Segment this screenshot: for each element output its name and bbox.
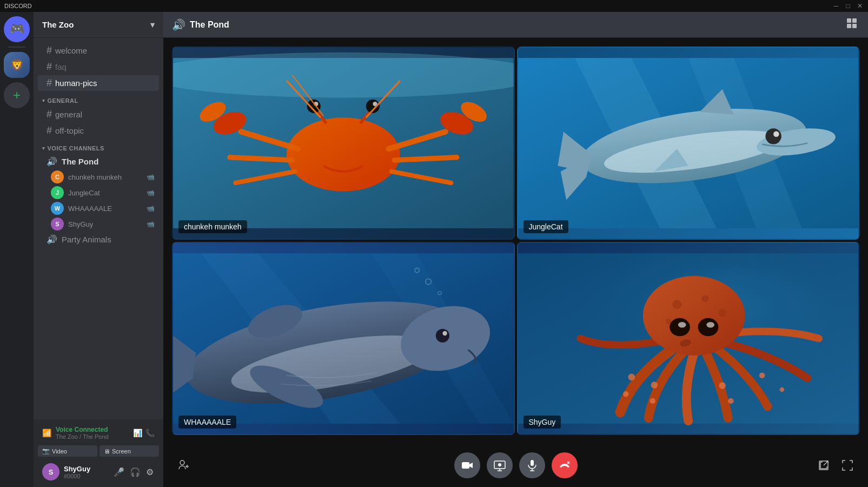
svg-point-37: [773, 131, 779, 136]
participant-name-whale: WHAAAAALE: [68, 205, 144, 213]
grid-view-button[interactable]: [844, 16, 859, 34]
screen-share-button[interactable]: 🖥 Screen: [100, 445, 159, 457]
close-btn[interactable]: ✕: [856, 2, 864, 10]
svg-rect-0: [847, 18, 851, 23]
mic-icon[interactable]: 🎤: [112, 466, 125, 478]
voice-participants: C chunkeh munkeh 📹 J JungleCat 📹 W WHAAA…: [42, 169, 163, 232]
svg-point-67: [665, 319, 671, 324]
participant-name-junglecat: JungleCat: [68, 189, 144, 197]
user-tag: #0000: [64, 473, 112, 479]
voice-channel-pond-label: The Pond: [62, 157, 98, 166]
username: ShyGuy: [64, 465, 112, 473]
svg-rect-82: [531, 460, 534, 466]
participant-whale[interactable]: W WHAAAAALE 📹: [47, 201, 159, 216]
phone-leave-icon[interactable]: 📞: [145, 429, 155, 437]
server-name: The Zoo: [42, 20, 74, 29]
server-divider: [8, 47, 25, 48]
discord-logo-icon: 🎮: [10, 22, 24, 36]
category-general[interactable]: ▾ GENERAL: [34, 95, 163, 106]
participant-avatar-junglecat: J: [51, 186, 64, 199]
main-content: 🔊 The Pond: [163, 12, 868, 487]
svg-point-62: [779, 387, 784, 392]
video-tile-whale: WHAAAAALE: [172, 242, 515, 435]
channel-off-topic-label: off-topic: [55, 126, 84, 135]
participant-shyguy[interactable]: S ShyGuy 📹: [47, 216, 159, 232]
server-icon-zoo[interactable]: 🦁: [4, 52, 30, 78]
svg-rect-2: [847, 24, 851, 28]
channel-welcome-label: welcome: [55, 46, 87, 55]
channel-header-name: The Pond: [190, 20, 229, 30]
participant-avatar-chunkeh: C: [51, 170, 64, 183]
participant-junglecat[interactable]: J JungleCat 📹: [47, 185, 159, 200]
maximize-btn[interactable]: □: [844, 2, 852, 10]
voice-channel-party-label: Party Animals: [62, 235, 111, 244]
svg-point-64: [672, 300, 681, 309]
svg-line-11: [394, 157, 456, 160]
server-header[interactable]: The Zoo ▾: [34, 12, 163, 38]
video-tile-shyguy: ShyGuy: [517, 242, 860, 435]
svg-point-65: [701, 295, 708, 302]
participant-name-shyguy: ShyGuy: [68, 220, 144, 228]
popout-button[interactable]: [814, 456, 833, 475]
voice-channel-the-pond[interactable]: 🔊 The Pond: [38, 154, 159, 169]
participant-chunkeh[interactable]: C chunkeh munkeh 📹: [47, 169, 159, 185]
server-list: 🎮 🦁 +: [0, 12, 34, 487]
title-bar: DISCORD ─ □ ✕: [0, 0, 868, 12]
category-voice[interactable]: ▾ VOICE CHANNELS: [34, 143, 163, 154]
minimize-btn[interactable]: ─: [832, 2, 840, 10]
screen-icon: 🖥: [104, 448, 110, 455]
channel-off-topic[interactable]: # off-topic: [38, 123, 159, 139]
video-tile-chunkeh: chunkeh munkeh: [172, 47, 515, 240]
end-call-button[interactable]: [552, 452, 578, 478]
voice-connected-label: Voice Connected: [56, 426, 109, 433]
add-server-button[interactable]: +: [4, 82, 30, 108]
svg-line-88: [824, 461, 828, 465]
screen-share-button[interactable]: [487, 452, 513, 478]
svg-point-56: [623, 391, 628, 397]
channel-faq[interactable]: # faq: [38, 59, 159, 75]
call-corner-left: [174, 456, 194, 475]
add-participant-button[interactable]: [174, 456, 194, 475]
server-icon-discord[interactable]: 🎮: [4, 16, 30, 42]
settings-icon[interactable]: ⚙: [145, 466, 155, 478]
video-icon: 📹: [147, 189, 155, 196]
video-toggle-button[interactable]: 📷 Video: [38, 445, 97, 457]
channel-general-label: general: [55, 110, 82, 119]
channel-welcome[interactable]: # welcome: [38, 43, 159, 58]
svg-point-55: [628, 374, 635, 381]
svg-point-66: [718, 309, 726, 317]
svg-point-58: [650, 398, 655, 404]
hash-icon: #: [47, 77, 52, 89]
fullscreen-button[interactable]: [838, 456, 857, 475]
signal-bars-icon[interactable]: 📊: [133, 429, 142, 437]
mic-toggle-button[interactable]: [519, 452, 545, 478]
voice-footer: 📶 Voice Connected The Zoo / The Pond 📊 📞…: [34, 419, 163, 487]
speaker-icon: 🔊: [47, 156, 57, 167]
voice-channel-party-animals[interactable]: 🔊 Party Animals: [38, 232, 159, 247]
svg-point-73: [180, 460, 184, 465]
collapse-arrow-icon: ▾: [42, 146, 45, 151]
user-icons: 🎤 🎧 ⚙: [112, 466, 155, 478]
chevron-down-icon: ▾: [150, 20, 155, 30]
headphone-icon[interactable]: 🎧: [129, 466, 142, 478]
channel-human-pics[interactable]: # human-pics: [38, 75, 159, 91]
camera-toggle-button[interactable]: [454, 452, 480, 478]
category-voice-label: VOICE CHANNELS: [48, 145, 104, 152]
svg-point-47: [436, 329, 449, 343]
window-controls[interactable]: ─ □ ✕: [832, 2, 864, 10]
video-label-shyguy: ShyGuy: [524, 416, 561, 429]
user-info: ShyGuy #0000: [64, 465, 112, 479]
video-tile-junglecat: JungleCat: [517, 47, 860, 240]
app-body: 🎮 🦁 + The Zoo ▾ # welcome # faq: [0, 12, 868, 487]
camera-icon: 📷: [42, 447, 50, 455]
svg-point-70: [678, 322, 686, 327]
channel-general[interactable]: # general: [38, 107, 159, 122]
participant-avatar-whale: W: [51, 202, 64, 215]
svg-rect-76: [462, 462, 469, 469]
svg-point-60: [728, 398, 733, 404]
video-icon: 📹: [147, 205, 155, 212]
signal-icon: 📶: [42, 429, 51, 437]
plus-icon: +: [13, 88, 21, 103]
svg-point-59: [719, 382, 726, 389]
speaker-icon: 🔊: [47, 234, 57, 245]
